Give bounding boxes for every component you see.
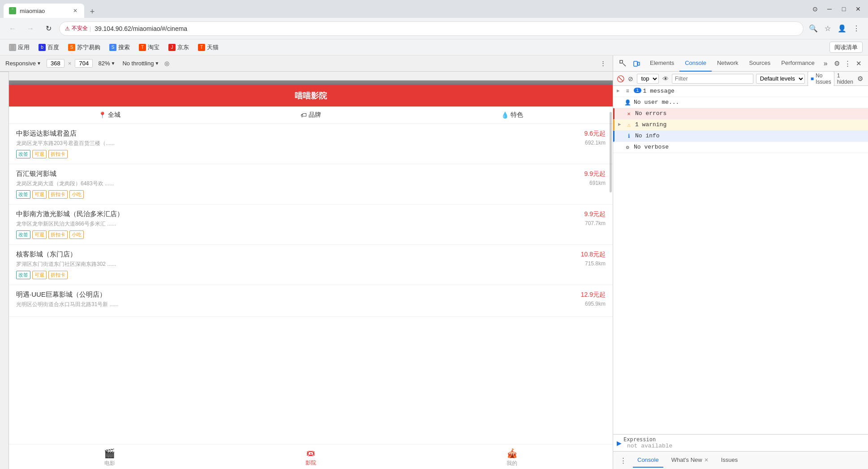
bookmark-search[interactable]: S 搜索 xyxy=(106,42,133,53)
bottom-tab-whatsnew[interactable]: What's New ✕ xyxy=(667,453,713,468)
security-indicator: ⚠ 不安全 | xyxy=(65,25,91,32)
url-bar[interactable]: ⚠ 不安全 | 39.104.90.62/miaomiao/#/cinema xyxy=(59,21,804,36)
msg-icon-noverbose: ⚙ xyxy=(624,144,631,151)
expression-area: ▶ Expression not available xyxy=(613,434,868,451)
devtools-more-button[interactable]: ⋮ xyxy=(842,57,853,70)
whatsnew-close-icon[interactable]: ✕ xyxy=(704,457,709,463)
svg-rect-2 xyxy=(638,62,640,65)
reload-button[interactable]: ↻ xyxy=(41,21,56,36)
console-msg-noverbose[interactable]: ⚙ No verbose xyxy=(613,142,868,153)
console-msg-1message[interactable]: ▶ ≡ 1 1 message xyxy=(613,86,868,97)
taobao-favicon: T xyxy=(139,44,146,51)
security-icon: ⚠ xyxy=(65,26,70,32)
filter-input[interactable] xyxy=(672,74,753,84)
console-msg-warning[interactable]: ▶ ⚠ 1 warning xyxy=(613,119,868,131)
cinema-price-2: 9.9元起 xyxy=(584,170,606,178)
console-settings-button[interactable]: ⚙ xyxy=(856,72,864,85)
height-input[interactable] xyxy=(75,59,93,68)
settings-button[interactable]: ⚙ xyxy=(831,57,842,70)
cinema-item-3[interactable]: 中影南方激光影城（民治多米汇店） 9.9元起 龙华区龙华新区民治大道866号多米… xyxy=(9,205,613,245)
expression-value: not available xyxy=(623,443,864,449)
apps-favicon: ⋮⋮ xyxy=(9,44,16,51)
tab-tese[interactable]: 💧 特色 xyxy=(412,107,613,124)
bookmark-taobao[interactable]: T 淘宝 xyxy=(135,42,163,53)
bookmark-jd[interactable]: J 京东 xyxy=(165,42,193,53)
zoom-select[interactable]: 82% ▼ xyxy=(96,59,117,68)
bookmark-jd-label: 京东 xyxy=(177,43,189,51)
expand-icon-warning[interactable]: ▶ xyxy=(618,121,625,127)
tab-quancheng[interactable]: 📍 全城 xyxy=(9,107,210,124)
tab-sources[interactable]: Sources xyxy=(744,55,776,72)
device-toolbar-button[interactable] xyxy=(630,57,643,70)
issues-badge[interactable]: ■ No Issues xyxy=(808,71,834,86)
menu-icon[interactable]: ⋮ xyxy=(850,22,863,35)
hidden-count[interactable]: 1 hidden xyxy=(837,72,853,85)
devtools-close-button[interactable]: ✕ xyxy=(853,57,864,70)
msg-text-1: 1 message xyxy=(643,88,864,94)
bottom-tab-issues[interactable]: Issues xyxy=(717,453,743,468)
filter-toggle-button[interactable]: ⊘ xyxy=(627,73,634,84)
back-button[interactable]: ← xyxy=(5,21,20,36)
maximize-button[interactable]: □ xyxy=(838,3,850,15)
console-msg-noerrors[interactable]: ✕ No errors xyxy=(613,108,868,119)
downloads-button[interactable]: ⊙ xyxy=(809,3,821,15)
eye-icon[interactable]: 👁 xyxy=(662,73,669,84)
svg-rect-1 xyxy=(634,61,637,66)
cinema-item-4[interactable]: 核客影城（东门店） 10.8元起 罗湖区东门街道东门社区深南东路302 ....… xyxy=(9,245,613,285)
tab-network[interactable]: Network xyxy=(712,55,744,72)
close-button[interactable]: ✕ xyxy=(852,3,864,15)
bookmark-baidu[interactable]: b 百度 xyxy=(35,42,63,53)
throttle-select[interactable]: No throttling ▼ xyxy=(120,59,161,68)
browser-tab[interactable]: miaomiao ✕ xyxy=(4,4,84,18)
cinema-item-2[interactable]: 百汇银河影城 9.9元起 龙岗区龙岗大道（龙肉段）6483号欢 ...... 6… xyxy=(9,164,613,205)
app-title: 喵喵影院 xyxy=(295,91,327,100)
tag-keitui-3: 可退 xyxy=(32,230,47,239)
bookmark-tmall[interactable]: T 天猫 xyxy=(194,42,222,53)
cinema-item-5[interactable]: 明遇·UUE巨幕影城（公明店） 12.9元起 光明区公明街道合水口马田北路31号… xyxy=(9,285,613,317)
cinema-addr-text-3: 龙华区龙华新区民治大道866号多米汇 ...... xyxy=(16,220,116,228)
svg-rect-0 xyxy=(620,60,623,63)
expression-expand-arrow[interactable]: ▶ xyxy=(617,439,622,447)
cinema-name-1: 中影远达影城君盈店 9.6元起 xyxy=(16,129,606,138)
more-tabs-button[interactable]: » xyxy=(820,55,831,72)
cinema-tags-4: 改签 可退 折扣卡 xyxy=(16,271,606,279)
width-input[interactable] xyxy=(47,59,64,68)
address-bar: ← → ↻ ⚠ 不安全 | 39.104.90.62/miaomiao/#/ci… xyxy=(0,18,868,39)
bookmark-suning[interactable]: S 苏宁易购 xyxy=(64,42,104,53)
search-icon[interactable]: 🔍 xyxy=(807,22,820,35)
jd-favicon: J xyxy=(168,44,176,51)
bottom-tab-console[interactable]: Console xyxy=(633,453,663,468)
inspect-element-button[interactable] xyxy=(617,57,629,70)
cinema-item-1[interactable]: 中影远达影城君盈店 9.6元起 龙岗区龙平东路203号君盈百货三楼（......… xyxy=(9,124,613,164)
levels-select[interactable]: Default levels xyxy=(756,74,805,84)
scrollbar[interactable] xyxy=(610,112,612,192)
bookmark-icon[interactable]: ☆ xyxy=(821,22,834,35)
cinema-distance-1: 692.1km xyxy=(585,140,606,147)
tab-pinpai[interactable]: 🏷 品牌 xyxy=(210,107,411,124)
more-options-button[interactable]: ⋮ xyxy=(597,57,609,70)
profile-icon[interactable]: 👤 xyxy=(836,22,848,35)
console-msg-nouser[interactable]: 👤 No user me... xyxy=(613,97,868,108)
clear-console-button[interactable]: 🚫 xyxy=(617,73,624,84)
context-select[interactable]: top xyxy=(637,74,659,84)
nav-mine[interactable]: 🎪 我的 xyxy=(412,444,613,469)
nav-cinemas[interactable]: 🎟 影院 xyxy=(210,444,411,469)
expand-icon-1[interactable]: ▶ xyxy=(617,88,624,94)
console-msg-noinfo[interactable]: ℹ No info xyxy=(613,131,868,142)
forward-button[interactable]: → xyxy=(23,21,38,36)
extra-icon[interactable]: ◎ xyxy=(164,60,169,67)
console-menu-button[interactable]: ⋮ xyxy=(617,454,629,467)
minimize-button[interactable]: ─ xyxy=(823,3,836,15)
main-content: Responsive ▼ × 82% ▼ No throttling ▼ ◎ ⋮ xyxy=(0,55,868,469)
tab-console-label: Console xyxy=(685,60,706,66)
tab-console[interactable]: Console xyxy=(679,55,712,72)
tab-elements[interactable]: Elements xyxy=(645,55,679,72)
new-tab-button[interactable]: + xyxy=(86,5,99,18)
nav-movies[interactable]: 🎬 电影 xyxy=(9,444,210,469)
responsive-mode-select[interactable]: Responsive ▼ xyxy=(4,59,43,68)
tab-close-button[interactable]: ✕ xyxy=(72,7,79,14)
tab-performance-label: Performance xyxy=(781,60,814,66)
tab-performance[interactable]: Performance xyxy=(776,55,820,72)
bookmark-apps[interactable]: ⋮⋮ 应用 xyxy=(5,42,33,53)
read-aloud-button[interactable]: 阅读清单 xyxy=(829,42,863,53)
